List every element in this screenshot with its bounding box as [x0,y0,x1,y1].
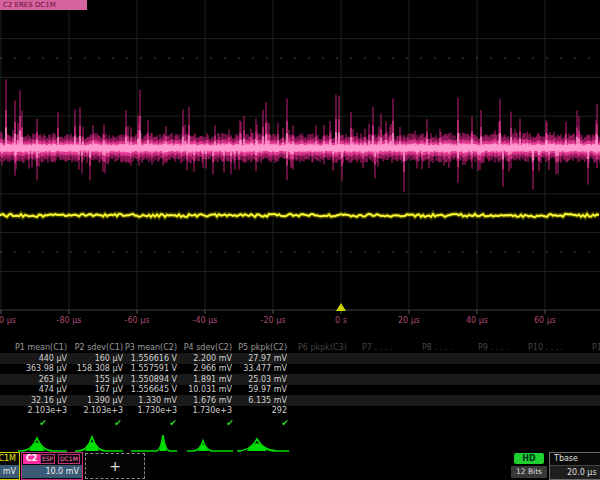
channel-c2-box[interactable]: C2 ESP DC1M 10.0 mV [21,452,83,480]
measure-cell: 10.031 mV [188,385,232,394]
measure-cell: 1.557591 V [131,364,177,373]
measure-cell: 6.135 mV [248,396,287,405]
measure-header-unused: P9 . . . . [478,343,508,352]
measure-header: P4 sdev(C2) [184,343,232,352]
measure-cell: 167 µV [95,385,123,394]
measure-cell: 33.477 mV [243,364,287,373]
c2-scale-value: 10.0 mV [22,465,82,478]
measure-cell: 1.676 mV [193,396,232,405]
measure-cell: 440 µV [39,354,67,363]
c2-eres-badge: ESP [40,454,55,464]
measure-cell: 1.730e+3 [137,406,177,415]
measure-header: P5 pkpk(C2) [238,343,287,352]
c1-coupling-badge: C1M [0,454,16,463]
time-axis-label: 60 µs [534,316,556,325]
add-trace-button[interactable]: + [85,453,145,479]
measure-cell: 1.550894 V [131,375,177,384]
channel-c1-box[interactable]: C1M 0 mV [0,452,20,480]
measure-cell: 2.103e+3 [83,406,123,415]
measure-cell: 263 µV [39,375,67,384]
time-axis-label: -80 µs [57,316,82,325]
time-axis-label: -60 µs [125,316,150,325]
measure-header: P2 sdev(C1) [75,343,123,352]
time-axis-label: 0 s [335,316,347,325]
measure-status-check: ✔ [226,418,234,428]
measure-cell: 292 [272,406,287,415]
measure-cell: 158.308 µV [77,364,123,373]
measure-header: P1 mean(C1) [15,343,67,352]
timebase-box[interactable]: Tbase 20.0 µs [549,452,600,480]
measure-cell: 474 µV [39,385,67,394]
oscilloscope-screen: C2 ERES DC1M -100 µs-80 µs-60 µs-40 µs-2… [0,0,600,480]
measure-status-check: ✔ [114,418,122,428]
measure-cell: 59.97 mV [248,385,287,394]
hd-mode-badge: HD [514,453,544,464]
measure-cell: 160 µV [95,354,123,363]
measure-cell: 1.556645 V [131,385,177,394]
time-axis-label: -100 µs [0,316,16,325]
measure-cell: 363.98 µV [26,364,67,373]
measure-status-check: ✔ [281,418,289,428]
time-axis-label: 20 µs [398,316,420,325]
measure-header-unused: P10 . . . . [528,343,563,352]
c2-coupling-badge: DC1M [58,454,80,464]
measure-cell: 1.556616 V [131,354,177,363]
measure-cell: 1.330 mV [138,396,177,405]
trace-banner: C2 ERES DC1M [0,0,87,10]
timebase-value: 20.0 µs [550,466,600,479]
c2-label: C2 [23,454,40,464]
time-axis-label: -20 µs [261,316,286,325]
measure-cell: 1.891 mV [193,375,232,384]
measure-cell: 1.730e+3 [192,406,232,415]
measure-cell: 1.390 µV [87,396,123,405]
time-axis-label: -40 µs [193,316,218,325]
timebase-label: Tbase [550,453,600,466]
measure-header-unused: P8 . . . . [422,343,452,352]
measure-status-check: ✔ [169,418,177,428]
measure-cell: 2.200 mV [193,354,232,363]
text-layer: C2 ERES DC1M -100 µs-80 µs-60 µs-40 µs-2… [0,0,600,480]
measure-header-unused: P6 pkpk(C3) [298,343,347,352]
measure-cell: 155 µV [95,375,123,384]
measure-header-unused: P1 [592,343,600,352]
measure-cell: 25.03 mV [248,375,287,384]
measure-status-check: ✔ [39,418,47,428]
measure-cell: 2.966 mV [193,364,232,373]
adc-bits-label: 12 Bits [511,466,547,478]
measure-header-unused: P7 . . . . [362,343,392,352]
measure-header: P3 mean(C2) [125,343,177,352]
c1-scale-value: 0 mV [0,465,19,478]
measure-cell: 2.103e+3 [27,406,67,415]
time-axis-label: 40 µs [466,316,488,325]
measure-cell: 32.16 µV [31,396,67,405]
measure-cell: 27.97 mV [248,354,287,363]
